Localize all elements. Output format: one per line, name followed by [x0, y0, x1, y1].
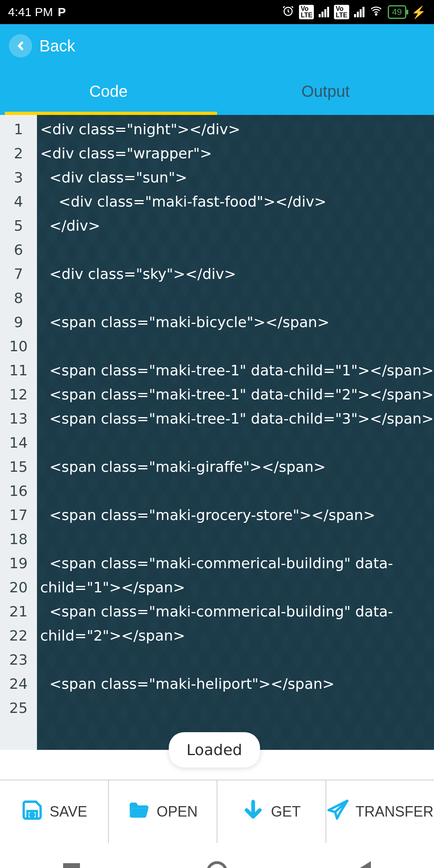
save-icon [21, 799, 43, 825]
line-number: 3 [0, 166, 37, 190]
nav-back-icon[interactable] [354, 861, 371, 868]
download-icon [242, 799, 264, 825]
app-header: Back Code Output [0, 24, 434, 115]
tab-output-label: Output [301, 82, 350, 100]
wifi-icon [369, 5, 383, 20]
line-number: 19 [0, 551, 37, 575]
signal-1-icon [319, 7, 329, 17]
tab-code[interactable]: Code [0, 68, 217, 115]
line-number: 7 [0, 262, 37, 286]
get-button[interactable]: GET [217, 780, 326, 843]
charging-icon: ⚡ [411, 5, 426, 19]
bottom-toolbar: SAVE OPEN GET TRANSFER [0, 780, 434, 843]
open-button[interactable]: OPEN [109, 780, 218, 843]
nav-home-icon[interactable] [207, 861, 227, 868]
line-number: 17 [0, 503, 37, 527]
line-number: 1 [0, 117, 37, 141]
line-number: 16 [0, 479, 37, 503]
line-number: 23 [0, 648, 37, 672]
line-number: 14 [0, 431, 37, 455]
line-number: 15 [0, 455, 37, 479]
back-icon [9, 34, 32, 57]
line-gutter: 1234567891011121314151617181920212223242… [0, 115, 37, 750]
line-number: 13 [0, 407, 37, 431]
svg-point-2 [30, 813, 34, 817]
volte-icon-2: VoLTE [334, 5, 349, 19]
transfer-label: TRANSFER [356, 803, 434, 820]
line-number: 25 [0, 696, 37, 720]
code-editor[interactable]: 1234567891011121314151617181920212223242… [0, 115, 434, 750]
status-bar: 4:41 PM P VoLTE VoLTE 49 ⚡ [0, 0, 434, 24]
line-number: 8 [0, 286, 37, 310]
save-label: SAVE [50, 803, 87, 820]
send-icon [327, 799, 349, 825]
svg-point-1 [375, 13, 377, 15]
line-number: 18 [0, 527, 37, 551]
back-label: Back [39, 37, 75, 55]
back-button[interactable]: Back [0, 24, 434, 68]
volte-icon: VoLTE [299, 5, 314, 19]
tab-indicator [5, 112, 210, 115]
tab-code-label: Code [89, 82, 128, 100]
line-number: 6 [0, 238, 37, 262]
save-button[interactable]: SAVE [0, 780, 109, 843]
tab-output[interactable]: Output [217, 68, 434, 115]
line-number: 21 [0, 600, 37, 624]
code-content[interactable]: <div class="night"></div> <div class="wr… [37, 115, 434, 750]
status-time: 4:41 PM [8, 5, 53, 19]
alarm-icon [282, 5, 294, 20]
toast-loaded: Loaded [169, 732, 260, 768]
line-number: 20 [0, 575, 37, 600]
line-number: 22 [0, 624, 37, 648]
open-label: OPEN [157, 803, 198, 820]
transfer-button[interactable]: TRANSFER [326, 780, 434, 843]
line-number: 4 [0, 190, 37, 214]
line-number: 12 [0, 383, 37, 407]
signal-2-icon [354, 7, 364, 17]
line-number: 2 [0, 141, 37, 166]
line-number: 9 [0, 310, 37, 334]
line-number: 10 [0, 334, 37, 358]
nav-recent-icon[interactable] [63, 863, 80, 868]
get-label: GET [271, 803, 301, 820]
line-number: 11 [0, 358, 37, 383]
line-number: 24 [0, 672, 37, 696]
app-indicator-icon: P [58, 5, 66, 19]
folder-open-icon [128, 799, 150, 825]
battery-icon: 49 [388, 5, 406, 19]
line-number: 5 [0, 214, 37, 238]
android-nav-bar [0, 843, 434, 868]
